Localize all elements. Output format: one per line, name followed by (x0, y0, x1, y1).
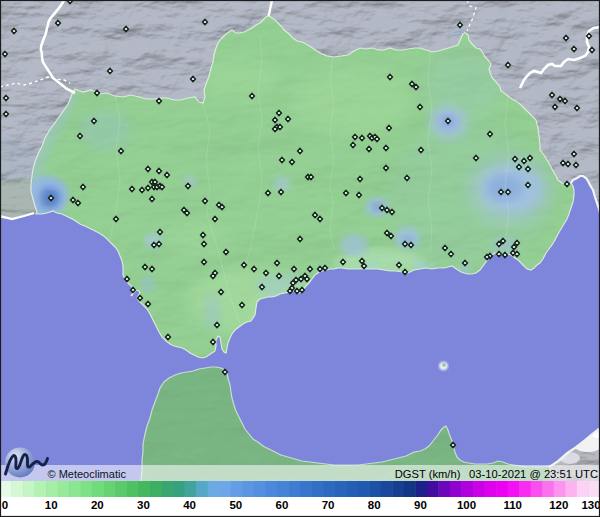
svg-text:70: 70 (322, 499, 335, 511)
svg-text:120: 120 (549, 499, 568, 511)
svg-text:© Meteoclimatic: © Meteoclimatic (48, 468, 127, 480)
svg-text:30: 30 (137, 499, 150, 511)
svg-text:20: 20 (91, 499, 104, 511)
svg-text:0: 0 (2, 499, 8, 511)
svg-text:10: 10 (45, 499, 58, 511)
svg-text:90: 90 (414, 499, 427, 511)
svg-text:50: 50 (229, 499, 242, 511)
svg-text:80: 80 (368, 499, 381, 511)
svg-text:130: 130 (581, 499, 600, 511)
svg-text:40: 40 (183, 499, 196, 511)
svg-text:DGST (km/h) 03-10-2021 @ 23:5: DGST (km/h) 03-10-2021 @ 23:51 UTC (395, 468, 598, 480)
svg-text:100: 100 (457, 499, 476, 511)
svg-text:60: 60 (276, 499, 289, 511)
svg-text:110: 110 (503, 499, 522, 511)
